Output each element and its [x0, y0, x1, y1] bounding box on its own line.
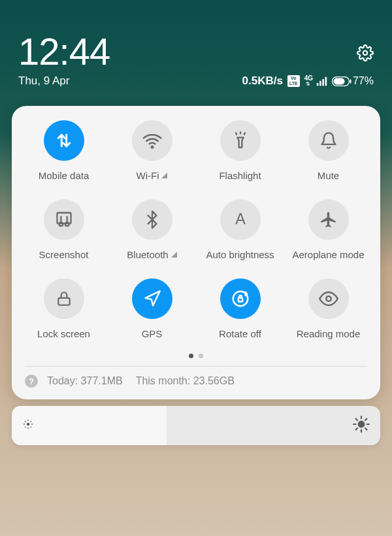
battery-icon	[332, 76, 351, 86]
tiles-grid: Mobile data Wi-Fi Flashlight Mute Screen	[17, 120, 375, 339]
svg-point-4	[151, 146, 153, 148]
tile-button[interactable]	[132, 278, 172, 319]
tile-button[interactable]	[44, 199, 84, 240]
tile-button[interactable]	[308, 120, 349, 161]
tile-gps[interactable]: GPS	[108, 278, 196, 339]
tile-label: Screenshot	[39, 249, 89, 260]
gear-icon	[357, 44, 374, 61]
svg-rect-3	[350, 79, 351, 83]
svg-point-15	[27, 427, 29, 429]
tile-reading-mode[interactable]: Reading mode	[284, 278, 372, 339]
brightness-high-icon	[353, 416, 370, 435]
brightness-low-icon	[22, 418, 34, 433]
page-indicator	[17, 354, 375, 358]
tile-lock-screen[interactable]: Lock screen	[20, 278, 108, 339]
screenshot-icon	[55, 210, 73, 229]
tile-label: Auto brightness	[206, 249, 274, 260]
svg-point-0	[363, 51, 368, 56]
battery-percent: 77%	[353, 75, 374, 87]
tile-label: Reading mode	[297, 328, 361, 339]
help-icon: ?	[25, 375, 38, 388]
network-speed: 0.5KB/s	[242, 75, 283, 88]
flashlight-icon	[231, 131, 250, 150]
dot-inactive	[199, 354, 203, 358]
tile-label: Lock screen	[37, 328, 90, 339]
auto-brightness-icon: A	[231, 210, 250, 229]
tile-label: Rotate off	[219, 328, 261, 339]
quick-settings-panel: Mobile data Wi-Fi Flashlight Mute Screen	[12, 106, 380, 399]
wifi-icon	[142, 131, 162, 150]
tile-bluetooth[interactable]: Bluetooth	[108, 199, 196, 260]
tile-label: Wi-Fi	[137, 170, 159, 181]
svg-line-25	[356, 419, 357, 420]
tile-button[interactable]	[132, 120, 172, 161]
svg-line-29	[356, 428, 357, 429]
chevron-down-icon	[161, 173, 167, 178]
bell-icon	[319, 131, 338, 150]
signal-icon	[316, 76, 327, 87]
tile-button[interactable]	[132, 199, 172, 240]
tile-wifi[interactable]: Wi-Fi	[108, 120, 196, 181]
tile-auto-brightness[interactable]: A Auto brightness	[196, 199, 284, 260]
rotate-lock-icon	[231, 289, 250, 309]
svg-line-30	[365, 419, 367, 420]
header: 12:44 Thu, 9 Apr 0.5KB/s VoLTE 4G⇅ 77%	[0, 0, 392, 94]
brightness-slider[interactable]	[12, 406, 380, 445]
svg-rect-2	[333, 78, 344, 84]
tile-label: Flashlight	[219, 170, 261, 181]
svg-point-19	[30, 421, 31, 422]
airplane-icon	[319, 210, 338, 229]
tile-button[interactable]	[220, 278, 261, 319]
location-arrow-icon	[143, 290, 161, 308]
tile-mute[interactable]: Mute	[284, 120, 372, 181]
tile-label: Mobile data	[39, 170, 90, 181]
settings-button[interactable]	[357, 44, 374, 64]
usage-month: This month: 23.56GB	[136, 375, 235, 387]
tile-button[interactable]	[308, 278, 349, 319]
eye-icon	[319, 289, 338, 309]
tile-label: Aeroplane mode	[292, 249, 364, 260]
svg-rect-5	[57, 213, 71, 224]
status-bar: 0.5KB/s VoLTE 4G⇅ 77%	[18, 75, 374, 88]
chevron-down-icon	[171, 252, 177, 258]
mobile-data-icon	[54, 131, 74, 150]
svg-point-17	[31, 424, 33, 425]
lock-icon	[56, 290, 73, 307]
bluetooth-icon	[143, 210, 161, 229]
svg-point-13	[27, 423, 30, 426]
tile-label: Bluetooth	[127, 249, 168, 260]
svg-point-21	[30, 426, 31, 427]
network-4g: 4G⇅	[304, 75, 312, 87]
svg-text:A: A	[235, 210, 246, 227]
brightness-fill	[12, 406, 167, 445]
tile-button[interactable]	[308, 199, 349, 240]
tile-aeroplane[interactable]: Aeroplane mode	[284, 199, 372, 260]
dot-active	[189, 354, 193, 358]
volte-badge: VoLTE	[287, 75, 300, 86]
tile-mobile-data[interactable]: Mobile data	[20, 120, 108, 181]
svg-point-12	[326, 296, 331, 301]
svg-point-20	[25, 426, 26, 427]
tile-button[interactable]	[220, 120, 261, 161]
svg-line-26	[365, 428, 367, 429]
svg-rect-9	[58, 298, 69, 305]
tile-button[interactable]	[44, 278, 84, 319]
tile-label: GPS	[142, 328, 163, 339]
tile-flashlight[interactable]: Flashlight	[196, 120, 284, 181]
svg-point-16	[24, 424, 25, 425]
tile-button[interactable]	[44, 120, 84, 161]
tile-label: Mute	[318, 170, 339, 181]
svg-point-14	[27, 420, 29, 421]
usage-today: Today: 377.1MB	[47, 375, 123, 387]
tile-screenshot[interactable]: Screenshot	[20, 199, 108, 260]
svg-point-22	[359, 422, 365, 427]
tile-rotate-off[interactable]: Rotate off	[196, 278, 284, 339]
data-usage-row[interactable]: ? Today: 377.1MB This month: 23.56GB	[17, 367, 375, 393]
tile-button[interactable]: A	[220, 199, 261, 240]
svg-point-18	[25, 421, 26, 422]
clock-time: 12:44	[18, 33, 110, 71]
